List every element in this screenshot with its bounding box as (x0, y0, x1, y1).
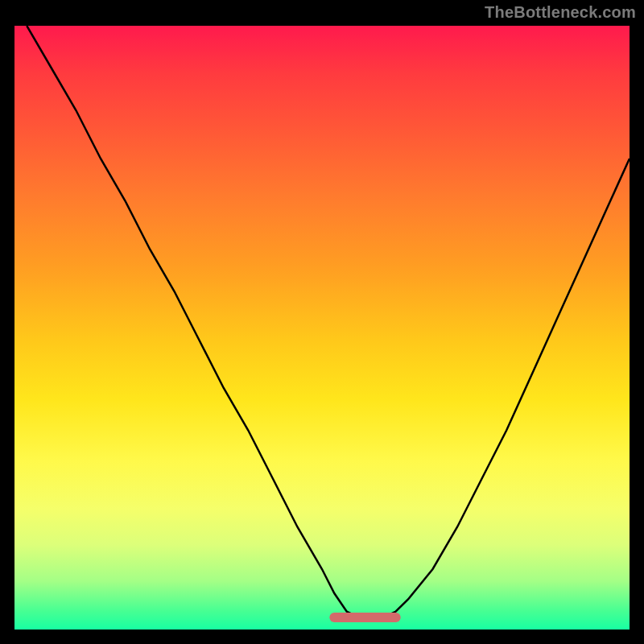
watermark-text: TheBottleneck.com (485, 3, 636, 22)
bottleneck-curve (27, 26, 630, 617)
plot-area (14, 26, 630, 630)
curve-overlay (14, 26, 630, 630)
chart-frame: TheBottleneck.com (0, 0, 644, 644)
